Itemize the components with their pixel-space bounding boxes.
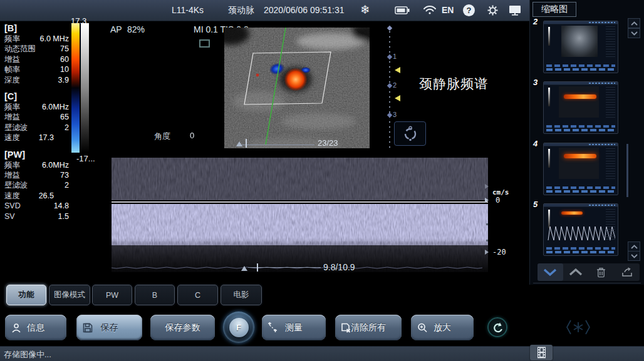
- person-icon: [11, 323, 21, 333]
- thumbnail-item[interactable]: [543, 81, 618, 134]
- save-button[interactable]: 保存: [76, 315, 142, 340]
- param-label: 深度: [4, 75, 20, 85]
- thumb-graybar: [548, 149, 550, 168]
- thumb-buttons: [546, 129, 615, 131]
- page-up-button[interactable]: [563, 263, 589, 281]
- c-mode-params: [C] 频率6.0MHz 增益65 壁滤波2 速度17.3: [4, 91, 69, 143]
- tab-pw[interactable]: PW: [92, 285, 132, 305]
- scroll-down-button[interactable]: [628, 251, 640, 261]
- baseline-value: 0: [496, 196, 500, 205]
- scroll-up-button[interactable]: [628, 242, 640, 252]
- thumbnail-number: 4: [533, 139, 543, 148]
- thumbnail-item[interactable]: [543, 143, 618, 195]
- f-knob[interactable]: F: [223, 312, 254, 343]
- thumb-params: [606, 26, 615, 59]
- tab-cine[interactable]: 电影: [221, 285, 262, 305]
- freeze-button[interactable]: [564, 317, 592, 338]
- page-down-button[interactable]: [538, 263, 563, 281]
- scroll-down-button[interactable]: [628, 28, 640, 38]
- param-value: 3.9: [58, 75, 69, 85]
- f-knob-label: F: [236, 323, 241, 332]
- tab-c[interactable]: C: [177, 285, 218, 305]
- thumbnail-tab[interactable]: 缩略图: [532, 2, 576, 17]
- acoustic-power-label: AP: [110, 24, 122, 34]
- settings-button[interactable]: [487, 4, 499, 16]
- freeze-status-icon: ❄: [360, 3, 370, 17]
- export-icon: [621, 267, 633, 277]
- measure-button[interactable]: 测量: [262, 315, 326, 340]
- monitor-icon: [509, 5, 522, 16]
- cine-save-indicator[interactable]: [530, 345, 553, 360]
- spectrum-slider-handle[interactable]: [257, 263, 258, 272]
- language-toggle[interactable]: EN: [442, 5, 454, 15]
- thumb-doppler-flow: [561, 211, 583, 215]
- thumb-params: [606, 87, 615, 119]
- cine-slider-handle[interactable]: [246, 139, 247, 148]
- c-mode-title: [C]: [4, 91, 69, 102]
- tab-functions[interactable]: 功能: [6, 285, 46, 305]
- param-label: SV: [4, 211, 15, 221]
- depth-number: 3: [393, 111, 397, 118]
- zoom-label: 放大: [434, 322, 451, 333]
- thumb-image: [561, 26, 598, 57]
- param-value: 2: [65, 123, 69, 133]
- thumb-buttons: [546, 68, 615, 71]
- acoustic-power-value: 82%: [127, 24, 145, 34]
- parameter-panel: [B] 频率6.0 MHz 动态范围75 增益60 帧率10 深度3.9 [C]…: [4, 23, 69, 227]
- scrollbar-thumb[interactable]: [626, 144, 628, 197]
- help-button[interactable]: ?: [463, 4, 475, 16]
- zoom-button[interactable]: 放大: [411, 315, 474, 340]
- update-button[interactable]: [487, 317, 507, 337]
- probe-mark-button[interactable]: [394, 121, 426, 146]
- tab-b[interactable]: B: [135, 285, 175, 305]
- export-button[interactable]: [614, 263, 640, 281]
- spectrum-slider-marker[interactable]: [241, 266, 247, 271]
- annotation-text[interactable]: 颈静脉频谱: [419, 75, 488, 93]
- clear-all-button[interactable]: 清除所有: [335, 315, 402, 340]
- measure-label: 测量: [285, 322, 303, 333]
- pw-spectrum[interactable]: [112, 156, 488, 274]
- probe-name: L11-4Ks: [172, 5, 204, 15]
- colorbar-min: -17...: [76, 154, 95, 163]
- param-label: 壁滤波: [4, 180, 28, 190]
- tab-image-mode[interactable]: 图像模式: [49, 285, 90, 305]
- focus-marker-icon[interactable]: [395, 67, 400, 73]
- status-message: 存储图像中...: [4, 349, 51, 360]
- cine-slider-track[interactable]: [237, 145, 314, 145]
- param-label: 帧率: [4, 64, 20, 74]
- baseline-arrow-icon[interactable]: [485, 198, 489, 203]
- focus-marker-icon[interactable]: [395, 95, 400, 101]
- param-value: 6.0 MHz: [39, 34, 69, 44]
- caliper-icon: [267, 322, 278, 333]
- param-value: 73: [60, 170, 69, 180]
- param-value: 6.0MHz: [42, 102, 69, 112]
- spectrum-slider-track[interactable]: [248, 267, 321, 268]
- param-label: SVD: [4, 201, 21, 211]
- spectrum-time-counter: 9.8/10.9: [323, 262, 355, 272]
- thumb-doppler-flow: [564, 94, 596, 99]
- thumbnail-panel: 缩略图 2 3 4 5: [529, 0, 644, 285]
- delete-button[interactable]: [589, 263, 615, 281]
- param-label: 频率: [4, 160, 20, 170]
- display-button[interactable]: [509, 5, 522, 16]
- save-params-button[interactable]: 保存参数: [150, 315, 215, 340]
- save-label: 保存: [101, 322, 118, 333]
- param-value: 14.8: [54, 201, 69, 211]
- b-mode-title: [B]: [4, 23, 69, 34]
- save-params-label: 保存参数: [165, 322, 200, 333]
- info-button[interactable]: 信息: [5, 315, 66, 340]
- param-value: 17.3: [39, 133, 54, 143]
- scroll-up-button[interactable]: [628, 18, 640, 28]
- battery-icon: [395, 6, 410, 14]
- thumbnail-item[interactable]: [543, 21, 618, 73]
- param-value: 60: [60, 54, 69, 64]
- cine-slider-marker[interactable]: [236, 141, 242, 146]
- param-label: 频率: [4, 34, 20, 44]
- param-label: 增益: [4, 54, 20, 64]
- thumb-menu-dots: [589, 144, 615, 145]
- thumbnail-number: 5: [533, 200, 543, 209]
- thumbnail-item[interactable]: [543, 203, 618, 256]
- b-mode-image[interactable]: [224, 28, 370, 148]
- help-icon: ?: [463, 4, 475, 16]
- pw-mode-params: [PW] 频率6.0MHz 增益73 壁滤波2 速度26.5 SVD14.8 S…: [4, 149, 69, 221]
